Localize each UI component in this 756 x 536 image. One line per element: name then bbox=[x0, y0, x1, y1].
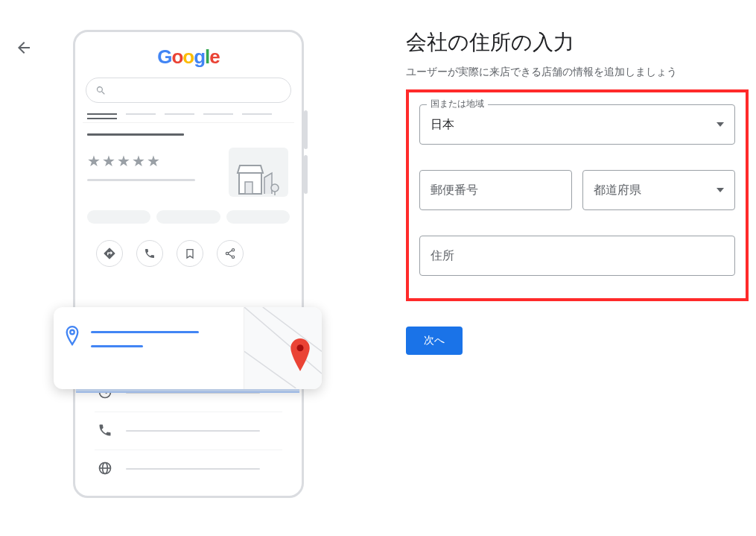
bookmark-icon bbox=[184, 247, 196, 259]
country-label: 国または地域 bbox=[427, 98, 488, 110]
caret-down-icon bbox=[717, 188, 724, 192]
storefront-icon bbox=[236, 163, 281, 197]
phone-mockup: Google ★★★★★ bbox=[73, 30, 304, 498]
prefecture-select[interactable]: 都道府県 bbox=[582, 170, 735, 210]
action-buttons-mock bbox=[83, 231, 294, 267]
country-select[interactable]: 日本 bbox=[419, 104, 735, 145]
location-pin-outline-icon bbox=[64, 325, 80, 347]
svg-line-8 bbox=[228, 250, 232, 253]
search-icon bbox=[95, 85, 107, 96]
phone-icon bbox=[98, 423, 112, 438]
phone-icon bbox=[144, 247, 156, 259]
svg-point-18 bbox=[296, 344, 303, 351]
next-button[interactable]: 次へ bbox=[406, 327, 463, 355]
postal-code-input[interactable]: 郵便番号 bbox=[419, 170, 572, 210]
share-icon bbox=[224, 247, 236, 259]
search-bar-mock bbox=[86, 78, 291, 103]
arrow-left-icon bbox=[15, 39, 33, 57]
location-pin-red-icon bbox=[288, 338, 313, 374]
globe-icon bbox=[98, 461, 112, 476]
svg-point-14 bbox=[70, 330, 74, 335]
back-button[interactable] bbox=[15, 39, 33, 57]
rating-stars-mock: ★★★★★ bbox=[87, 152, 195, 170]
address-input[interactable]: 住所 bbox=[419, 236, 735, 276]
location-card-mock bbox=[54, 307, 322, 389]
svg-rect-2 bbox=[245, 182, 252, 194]
svg-marker-1 bbox=[238, 165, 263, 173]
google-logo: Google bbox=[83, 45, 294, 69]
svg-line-9 bbox=[228, 254, 232, 256]
page-title: 会社の住所の入力 bbox=[406, 28, 749, 57]
chips-mock bbox=[83, 197, 294, 231]
title-placeholder bbox=[87, 133, 184, 136]
caret-down-icon bbox=[717, 122, 724, 127]
directions-icon bbox=[103, 247, 116, 260]
business-image-placeholder bbox=[229, 148, 288, 197]
tabs-mock bbox=[83, 110, 294, 123]
country-value: 日本 bbox=[431, 117, 454, 133]
illustration-panel: Google ★★★★★ bbox=[67, 22, 324, 498]
page-subtitle: ユーザーが実際に来店できる店舗の情報を追加しましょう bbox=[406, 66, 749, 79]
address-form: 会社の住所の入力 ユーザーが実際に来店できる店舗の情報を追加しましょう 国または… bbox=[406, 22, 749, 498]
svg-point-3 bbox=[271, 184, 279, 192]
highlighted-form-section: 国または地域 日本 郵便番号 都道府県 bbox=[406, 89, 749, 301]
